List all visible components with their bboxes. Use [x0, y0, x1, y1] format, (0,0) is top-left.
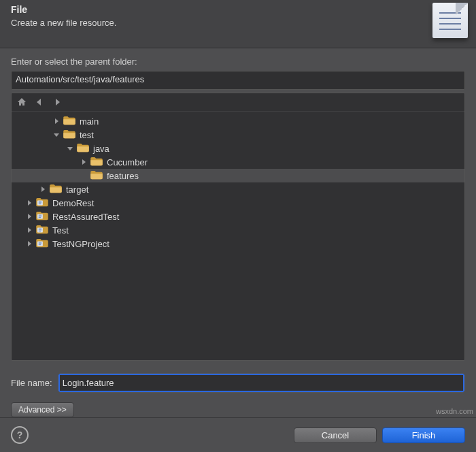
folder-tree[interactable]: maintestjavaCucumberfeaturestargetDemoRe…: [12, 112, 464, 360]
tree-row-label: features: [107, 171, 139, 181]
tree-row[interactable]: RestAssuredTest: [12, 210, 464, 223]
project-icon: [36, 225, 52, 236]
home-icon[interactable]: [16, 96, 28, 108]
folder-icon: [77, 143, 93, 155]
chevron-right-icon[interactable]: [52, 117, 61, 125]
tree-row[interactable]: Cucumber: [12, 155, 464, 169]
chevron-down-icon[interactable]: [52, 131, 61, 139]
tree-row[interactable]: TestNGProject: [12, 237, 464, 251]
tree-row[interactable]: DemoRest: [12, 196, 464, 210]
watermark-text: wsxdn.com: [436, 407, 473, 415]
advanced-button[interactable]: Advanced >>: [11, 402, 74, 417]
finish-button[interactable]: Finish: [382, 427, 465, 443]
dialog-title: File: [11, 4, 465, 15]
tree-row[interactable]: Test: [12, 223, 464, 237]
help-icon[interactable]: ?: [11, 426, 29, 444]
folder-icon: [50, 184, 66, 195]
project-icon: [36, 197, 52, 209]
file-wizard-icon: [432, 3, 468, 38]
chevron-down-icon[interactable]: [66, 144, 74, 152]
tree-toolbar: [12, 93, 464, 112]
tree-row-label: test: [80, 130, 94, 140]
no-arrow: [80, 172, 88, 180]
project-icon: [36, 238, 52, 250]
folder-icon: [90, 170, 107, 182]
tree-row-label: target: [66, 184, 88, 195]
dialog-footer: ? Cancel Finish: [0, 417, 476, 452]
folder-icon: [63, 129, 80, 141]
file-name-label: File name:: [11, 378, 52, 388]
dialog-body: Enter or select the parent folder: Autom…: [0, 48, 476, 417]
tree-row-label: RestAssuredTest: [52, 212, 119, 222]
dialog-header: File Create a new file resource.: [0, 0, 476, 48]
chevron-right-icon[interactable]: [25, 240, 33, 248]
tree-row-label: main: [80, 116, 99, 127]
chevron-right-icon[interactable]: [25, 199, 33, 207]
file-name-input[interactable]: [58, 373, 465, 393]
tree-row-label: Cucumber: [107, 157, 148, 167]
chevron-right-icon[interactable]: [39, 185, 47, 193]
tree-row[interactable]: main: [12, 114, 464, 128]
parent-folder-input[interactable]: Automation/src/test/java/features: [11, 71, 465, 90]
chevron-right-icon[interactable]: [25, 212, 33, 221]
tree-row-label: TestNGProject: [52, 239, 109, 249]
tree-row-label: Test: [52, 225, 69, 236]
tree-row[interactable]: target: [12, 182, 464, 196]
project-icon: [36, 211, 52, 223]
tree-row[interactable]: test: [12, 128, 464, 142]
new-file-dialog: File Create a new file resource. Enter o…: [0, 0, 476, 452]
folder-tree-container: maintestjavaCucumberfeaturestargetDemoRe…: [11, 93, 465, 361]
folder-icon: [63, 116, 80, 127]
tree-row-label: DemoRest: [52, 198, 94, 208]
back-arrow-icon[interactable]: [33, 96, 46, 108]
tree-row[interactable]: java: [12, 142, 464, 155]
tree-row-label: java: [93, 144, 109, 154]
cancel-button[interactable]: Cancel: [294, 427, 377, 443]
folder-icon: [90, 157, 107, 168]
parent-folder-label: Enter or select the parent folder:: [11, 56, 465, 67]
dialog-subtitle: Create a new file resource.: [11, 18, 465, 28]
chevron-right-icon[interactable]: [25, 226, 33, 234]
tree-row[interactable]: features: [12, 169, 464, 182]
forward-arrow-icon[interactable]: [51, 96, 63, 108]
file-name-row: File name:: [11, 373, 465, 393]
chevron-right-icon[interactable]: [80, 158, 88, 166]
